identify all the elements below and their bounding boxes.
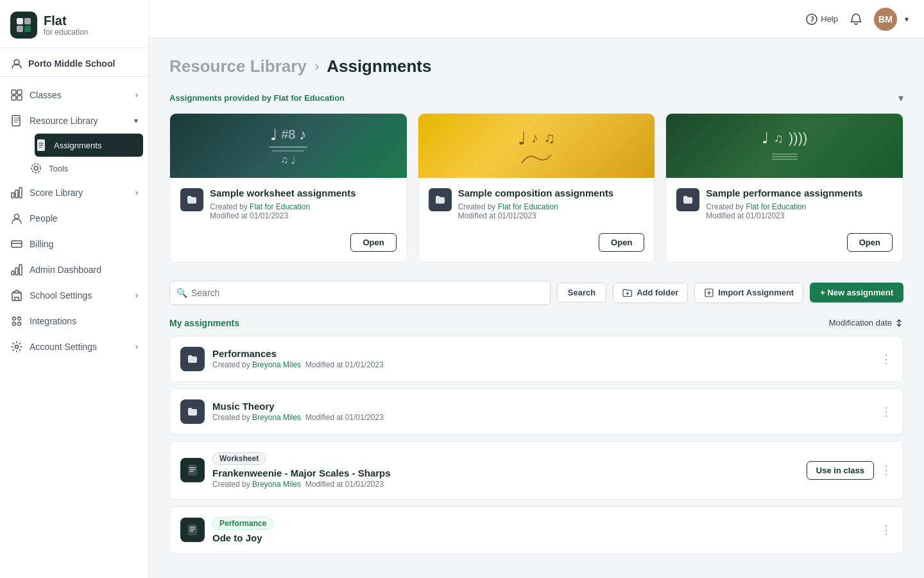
- logo-sub: for education: [44, 28, 88, 37]
- sidebar-item-tools-label: Tools: [49, 164, 68, 173]
- flat-assignments-title: Assignments provided by Flat for Educati…: [169, 93, 345, 103]
- worksheet-card-title: Sample worksheet assignments: [210, 187, 397, 200]
- svg-rect-15: [19, 188, 22, 198]
- sidebar-item-tools[interactable]: Tools: [30, 157, 148, 180]
- import-label: Import Assignment: [718, 288, 794, 297]
- performance-card-modified: Modified at 01/01/2023: [706, 211, 784, 220]
- svg-rect-17: [12, 241, 22, 247]
- sidebar-item-account-settings-label: Account Settings: [30, 342, 97, 352]
- svg-rect-5: [12, 90, 16, 94]
- person-icon: [10, 212, 23, 225]
- gear-icon: [10, 340, 23, 353]
- list-item: Performance Ode to Joy ⋮: [169, 506, 903, 554]
- svg-point-27: [807, 14, 817, 24]
- svg-rect-9: [12, 116, 20, 126]
- sidebar-item-assignments-label: Assignments: [54, 141, 101, 150]
- breadcrumb-parent[interactable]: Resource Library: [169, 57, 307, 76]
- search-button[interactable]: Search: [557, 283, 606, 302]
- svg-point-22: [13, 317, 16, 320]
- frankenweenie-more-button[interactable]: ⋮: [880, 463, 893, 477]
- frankenweenie-title: Frankenweenie - Major Scales - Sharps: [212, 468, 799, 478]
- credit-icon: [10, 238, 23, 250]
- list-item: Worksheet Frankenweenie - Major Scales -…: [169, 441, 903, 500]
- svg-point-11: [34, 166, 38, 170]
- frankenweenie-creator: Breyona Miles: [252, 480, 301, 489]
- sort-label-text: Modification date: [829, 318, 892, 328]
- collapse-button[interactable]: ▾: [898, 92, 903, 104]
- worksheet-tag: Worksheet: [212, 452, 266, 465]
- sidebar-item-classes[interactable]: Classes ›: [0, 82, 148, 108]
- composition-card-creator: Flat for Education: [498, 202, 558, 211]
- composition-open-button[interactable]: Open: [599, 233, 644, 252]
- add-folder-button[interactable]: Add folder: [613, 283, 688, 303]
- resource-library-sub: Assignments Tools: [0, 134, 148, 180]
- svg-rect-0: [17, 18, 23, 24]
- frankenweenie-meta: Created by Breyona Miles Modified at 01/…: [212, 480, 799, 489]
- performances-creator: Breyona Miles: [252, 360, 301, 369]
- search-input[interactable]: [191, 288, 543, 298]
- user-avatar[interactable]: BM: [874, 8, 897, 31]
- svg-rect-6: [17, 90, 22, 94]
- sidebar-item-score-library[interactable]: Score Library ›: [0, 180, 148, 206]
- use-in-class-button[interactable]: Use in class: [807, 461, 874, 480]
- performance-card-title: Sample performance assignments: [706, 187, 893, 200]
- folder-icon: [676, 188, 699, 211]
- flat-assignments-header: Assignments provided by Flat for Educati…: [169, 92, 903, 104]
- music-theory-more-button[interactable]: ⋮: [880, 405, 893, 419]
- app-logo[interactable]: Flat for education: [0, 0, 148, 48]
- topbar: Help BM ▾: [149, 0, 924, 39]
- sidebar-item-people[interactable]: People: [0, 206, 148, 231]
- help-button[interactable]: Help: [806, 13, 838, 25]
- frankenweenie-modified: Modified at 01/01/2023: [305, 480, 384, 489]
- tool-icon: [30, 162, 42, 175]
- add-folder-icon: [622, 288, 633, 298]
- bar-icon: [10, 263, 23, 276]
- svg-point-25: [18, 322, 21, 326]
- sidebar-nav: Classes › Resource Library ▾ Assignments: [0, 77, 148, 578]
- bell-icon: [850, 13, 862, 26]
- sidebar-item-resource-library[interactable]: Resource Library ▾: [0, 108, 148, 134]
- new-assignment-button[interactable]: + New assignment: [810, 283, 903, 302]
- svg-rect-20: [19, 265, 22, 275]
- list-item: Music Theory Created by Breyona Miles Mo…: [169, 389, 903, 435]
- sidebar-item-account-settings[interactable]: Account Settings ›: [0, 334, 148, 360]
- ode-more-button[interactable]: ⋮: [880, 523, 893, 537]
- notification-bell[interactable]: [846, 9, 866, 30]
- worksheet-open-button[interactable]: Open: [350, 233, 396, 252]
- help-label: Help: [821, 14, 838, 24]
- doc-item-icon: [180, 518, 205, 542]
- chart-icon: [10, 186, 23, 199]
- music-theory-folder-title: Music Theory: [212, 401, 873, 412]
- sidebar-item-integrations[interactable]: Integrations: [0, 308, 148, 334]
- performances-more-button[interactable]: ⋮: [880, 352, 893, 366]
- sidebar-item-admin-dashboard-label: Admin Dashboard: [30, 265, 101, 275]
- music-theory-creator: Breyona Miles: [252, 413, 301, 422]
- chevron-right-icon: ›: [135, 342, 138, 351]
- svg-rect-19: [15, 268, 18, 275]
- svg-rect-18: [12, 271, 14, 275]
- performance-card-meta: Created by Flat for Education Modified a…: [706, 202, 893, 220]
- school-selector[interactable]: Porto Middle School: [0, 48, 148, 77]
- svg-rect-8: [17, 96, 22, 100]
- sidebar-item-admin-dashboard[interactable]: Admin Dashboard: [0, 257, 148, 283]
- svg-point-23: [18, 317, 21, 320]
- chevron-down-icon: ▾: [134, 116, 138, 125]
- svg-point-16: [15, 215, 19, 219]
- worksheet-card-image: ♩ #8 ♪ ♫ ♩: [170, 114, 407, 178]
- sidebar-item-people-label: People: [30, 213, 58, 223]
- folder-icon: [180, 188, 203, 211]
- svg-rect-2: [17, 26, 23, 32]
- performance-card-creator: Flat for Education: [746, 202, 806, 211]
- sidebar-item-school-settings[interactable]: School Settings ›: [0, 283, 148, 308]
- user-menu-chevron[interactable]: ▾: [905, 15, 909, 24]
- sidebar-item-billing[interactable]: Billing: [0, 231, 148, 257]
- performance-open-button[interactable]: Open: [847, 233, 893, 252]
- performances-modified: Modified at 01/01/2023: [305, 360, 384, 369]
- folder-item-icon: [180, 347, 205, 371]
- my-assignments-header: My assignments Modification date: [169, 318, 903, 328]
- import-button[interactable]: Import Assignment: [694, 283, 803, 303]
- sidebar-item-assignments[interactable]: Assignments: [35, 134, 143, 157]
- worksheet-card-creator: Flat for Education: [250, 202, 310, 211]
- doc-item-icon: [180, 458, 205, 482]
- sort-button[interactable]: Modification date: [829, 318, 903, 328]
